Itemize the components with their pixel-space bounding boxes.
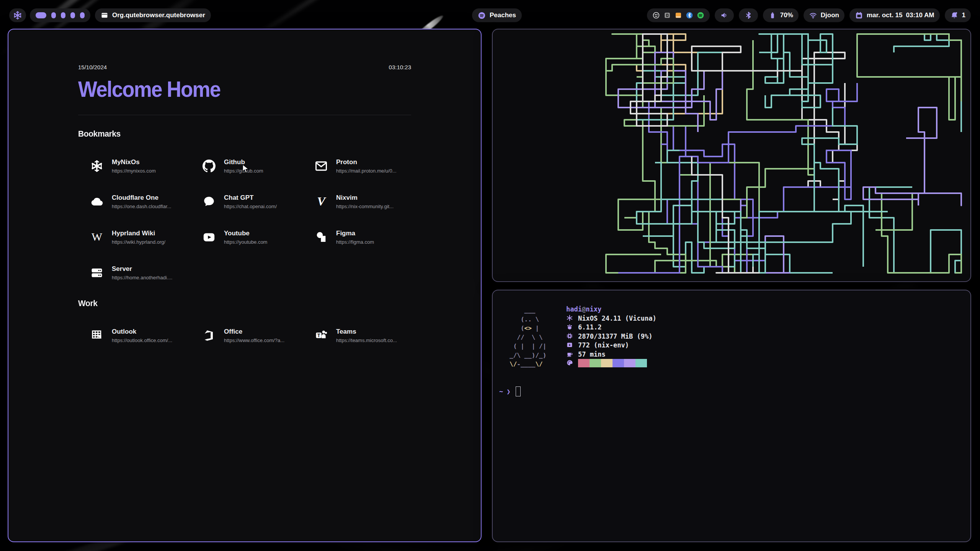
fastfetch-ascii-art: ___ (.. \ (<> | // \ \ ( | | /| _/\ __)/… xyxy=(510,306,546,369)
workspace-dot-4[interactable] xyxy=(70,12,75,18)
bookmark-url: https://home.anotherhadi.... xyxy=(112,275,172,280)
bookmark-title: Github xyxy=(224,158,263,166)
startpage-time: 03:10:23 xyxy=(389,64,411,70)
speaker-icon xyxy=(720,11,728,20)
vim-icon: V xyxy=(314,194,328,209)
battery-pill[interactable]: 70% xyxy=(763,8,799,22)
startpage-date: 15/10/2024 xyxy=(78,64,107,70)
fastfetch-value: 772 (nix-env) xyxy=(578,341,629,349)
wifi-icon xyxy=(809,11,817,20)
mail-icon xyxy=(314,159,328,173)
network-name: Djoon xyxy=(821,11,839,19)
media-track-label: Peaches xyxy=(490,11,516,19)
bookmark-url: https://outlook.office.com/... xyxy=(112,337,172,343)
clock-date: mar. oct. 15 xyxy=(867,11,903,19)
svg-text:V: V xyxy=(317,195,326,208)
bookmark-office[interactable]: Officehttps://www.office.com/?a... xyxy=(202,324,314,347)
spotify-icon xyxy=(478,11,486,20)
section-heading-bookmarks: Bookmarks xyxy=(78,129,398,139)
bookmark-figma[interactable]: Figmahttps://figma.com xyxy=(314,225,411,249)
media-player-pill[interactable]: Peaches xyxy=(472,8,522,22)
palette-swatch xyxy=(635,359,647,367)
bookmark-youtube[interactable]: Youtubehttps://youtube.com xyxy=(202,225,314,249)
workspace-dot-3[interactable] xyxy=(61,12,65,18)
system-tray[interactable] xyxy=(647,8,710,22)
bookmark-proton[interactable]: Protonhttps://mail.proton.me/u/0... xyxy=(314,154,411,178)
terminal-host: nixy xyxy=(586,305,601,313)
bookmark-url: https://www.office.com/?a... xyxy=(224,337,284,343)
hand-icon xyxy=(566,323,575,330)
bookmark-grid: MyNixOshttps://mynixos.comGithubhttps://… xyxy=(78,154,411,285)
workspace-dot-2[interactable] xyxy=(51,12,56,18)
bookmark-title: Teams xyxy=(336,328,397,336)
volume-pill[interactable] xyxy=(715,8,734,22)
bookmark-url: https://mynixos.com xyxy=(112,168,156,174)
nixos-icon xyxy=(90,159,104,173)
bookmark-grid: Outlookhttps://outlook.office.com/...Off… xyxy=(78,324,411,347)
folder-tray-icon[interactable] xyxy=(675,11,682,19)
obs-icon[interactable] xyxy=(652,11,660,19)
bookmark-title: Office xyxy=(224,328,284,336)
palette-swatch xyxy=(590,359,601,367)
bell-icon xyxy=(950,11,959,20)
workspace-dot-5[interactable] xyxy=(80,12,85,18)
cup-icon xyxy=(566,350,575,357)
bookmark-title: Server xyxy=(112,265,172,273)
palette-swatch xyxy=(612,359,624,367)
bookmark-mynixos[interactable]: MyNixOshttps://mynixos.com xyxy=(90,154,202,178)
bookmark-cloudflare-one[interactable]: Cloudflare Onehttps://one.dash.cloudflar… xyxy=(90,190,202,214)
snowflake-icon xyxy=(566,315,575,321)
bookmark-hyprland-wiki[interactable]: WHyprland Wikihttps://wiki.hyprland.org/ xyxy=(90,225,202,249)
page-title: Welcome Home xyxy=(78,77,388,102)
bookmark-outlook[interactable]: Outlookhttps://outlook.office.com/... xyxy=(90,324,202,347)
clock-pill[interactable]: mar. oct. 15 03:10 AM xyxy=(849,8,940,22)
bookmark-server[interactable]: Serverhttps://home.anotherhadi.... xyxy=(90,261,202,285)
bluetooth-tray-icon[interactable] xyxy=(686,11,693,19)
pipes-art xyxy=(493,29,970,281)
bookmark-url: https://teams.microsoft.co... xyxy=(336,337,397,343)
workspace-indicator[interactable] xyxy=(30,8,90,22)
shell-prompt[interactable]: ~ ❯ xyxy=(499,386,521,396)
terminal-user: hadi xyxy=(566,305,582,313)
bookmark-title: Youtube xyxy=(224,230,267,237)
bookmark-teams[interactable]: T Teamshttps://teams.microsoft.co... xyxy=(314,324,411,347)
server-icon xyxy=(90,266,104,280)
chip-icon xyxy=(566,333,575,339)
spotify-tray-icon[interactable] xyxy=(697,11,704,19)
bookmark-chat-gpt[interactable]: Chat GPThttps://chat.openai.com/ xyxy=(202,190,314,214)
bookmark-title: Proton xyxy=(336,158,397,166)
launcher-button[interactable] xyxy=(9,8,26,22)
chat-icon xyxy=(202,194,216,209)
workspace-dot-1[interactable] xyxy=(36,12,46,18)
divider xyxy=(78,115,411,115)
keepass-icon[interactable] xyxy=(663,11,671,19)
outlook-icon xyxy=(90,328,104,343)
fastfetch-info: hadi@nixy NixOS 24.11 (Vicuna) 6.11.2 28… xyxy=(566,305,657,368)
bookmark-title: Figma xyxy=(336,230,374,237)
terminal-window[interactable]: ___ (.. \ (<> | // \ \ ( | | /| _/\ __)/… xyxy=(492,290,971,542)
calendar-icon xyxy=(855,11,863,20)
bookmark-title: Hyprland Wiki xyxy=(112,230,165,237)
palette-swatch xyxy=(601,359,612,367)
bookmark-title: Outlook xyxy=(112,328,172,336)
battery-percent: 70% xyxy=(780,11,793,19)
cloud-icon xyxy=(90,194,104,209)
figma-icon xyxy=(314,230,328,245)
bluetooth-pill[interactable] xyxy=(739,8,758,22)
svg-text:W: W xyxy=(91,231,103,243)
bookmark-url: https://github.com xyxy=(224,168,263,174)
bookmark-url: https://nix-community.git... xyxy=(336,204,394,209)
youtube-icon xyxy=(202,230,216,245)
pipes-screensaver-window xyxy=(492,29,971,282)
active-window-pill[interactable]: Org.qutebrowser.qutebrowser xyxy=(95,8,211,22)
bookmark-nixvim[interactable]: VNixvimhttps://nix-community.git... xyxy=(314,190,411,214)
office-icon xyxy=(202,328,216,343)
browser-window: 15/10/2024 03:10:23 Welcome Home Bookmar… xyxy=(8,29,482,542)
network-pill[interactable]: Djoon xyxy=(804,8,844,22)
notification-count: 1 xyxy=(962,11,965,19)
notifications-pill[interactable]: 1 xyxy=(945,8,971,22)
nixos-logo-icon xyxy=(13,11,22,20)
bookmark-url: https://chat.openai.com/ xyxy=(224,204,277,209)
bookmark-github[interactable]: Githubhttps://github.com xyxy=(202,154,314,178)
github-icon xyxy=(202,159,216,173)
